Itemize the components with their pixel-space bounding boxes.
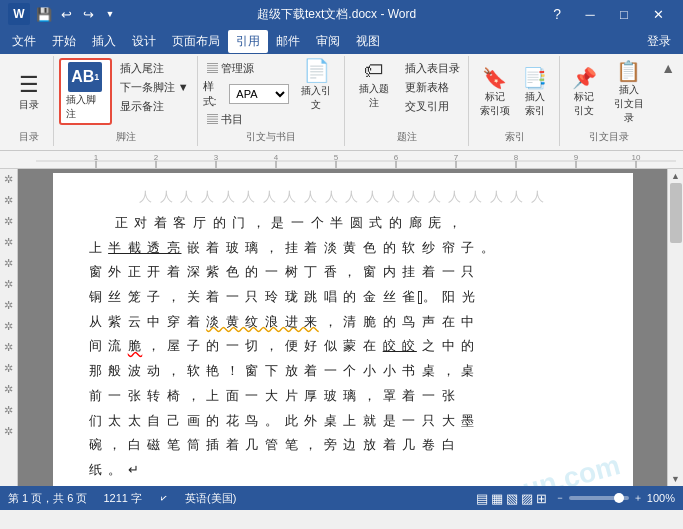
sidebar-mark: ✲ [4, 236, 13, 249]
menu-item-file[interactable]: 文件 [4, 30, 44, 53]
menu-item-review[interactable]: 审阅 [308, 30, 348, 53]
insert-caption-button[interactable]: 🏷 插入题注 [350, 58, 397, 112]
mark-citation-button[interactable]: 📌 标记引文 [565, 66, 603, 120]
captions-items: 🏷 插入题注 插入表目录 更新表格 交叉引用 [350, 58, 464, 128]
insert-footnote-group[interactable]: AB1 插入脚注 [59, 58, 112, 125]
zoom-bar: － ＋ 100% [555, 491, 675, 505]
toc-items: ☰ 目录 [9, 58, 49, 128]
view-btn-4[interactable]: ▨ [521, 491, 533, 506]
ruler-svg: 1 2 3 4 5 6 7 8 9 10 [36, 151, 676, 169]
doc-page[interactable]: 人 人 人 人 人 人 人 人 人 人 人 人 人 人 人 人 人 人 人 人 … [53, 173, 633, 486]
insert-index-icon: 📑 [522, 68, 547, 88]
captions-small-btns: 插入表目录 更新表格 交叉引用 [401, 60, 464, 115]
view-btn-1[interactable]: ▤ [476, 491, 488, 506]
ribbon: ☰ 目录 目录 AB1 插入脚注 插入尾注 下一条脚注 ▼ 显示备注 脚注 [0, 54, 683, 151]
paragraph-1[interactable]: 正 对 着 客 厅 的 门 ， 是 一 个 半 圆 式 的 廊 庑 ， 上 半 … [89, 211, 597, 483]
zoom-slider[interactable] [569, 496, 629, 500]
toc-group-label: 目录 [19, 128, 39, 144]
mark-index-button[interactable]: 🔖 标记索引项 [476, 66, 514, 120]
zoom-out-button[interactable]: － [555, 491, 565, 505]
svg-text:2: 2 [154, 153, 159, 162]
svg-text:9: 9 [574, 153, 579, 162]
citations-group-label: 引文与书目 [246, 128, 296, 144]
scrollbar[interactable]: ▲ ▼ [667, 169, 683, 486]
toc-icon: ☰ [19, 74, 39, 96]
svg-text:5: 5 [334, 153, 339, 162]
zoom-in-button[interactable]: ＋ [633, 491, 643, 505]
help-button[interactable]: ? [553, 6, 561, 22]
undo-button[interactable]: ↩ [56, 4, 76, 24]
word-count: 1211 字 [103, 491, 142, 506]
save-button[interactable]: 💾 [34, 4, 54, 24]
sidebar-mark: ✲ [4, 341, 13, 354]
sidebar-mark: ✲ [4, 257, 13, 270]
update-table-button[interactable]: 更新表格 [401, 79, 464, 96]
scroll-thumb[interactable] [670, 183, 682, 243]
insert-citation-button[interactable]: 📄 插入引文 [293, 58, 341, 114]
scroll-up-button[interactable]: ▲ [669, 169, 682, 183]
insert-endnote-button[interactable]: 插入尾注 [116, 60, 193, 77]
maximize-button[interactable]: □ [607, 0, 641, 28]
menu-item-design[interactable]: 设计 [124, 30, 164, 53]
menu-item-view[interactable]: 视图 [348, 30, 388, 53]
menu-item-insert[interactable]: 插入 [84, 30, 124, 53]
sidebar-mark: ✲ [4, 173, 13, 186]
citation-style-select[interactable]: APA [229, 84, 288, 104]
ribbon-group-captions: 🏷 插入题注 插入表目录 更新表格 交叉引用 题注 [346, 56, 469, 146]
menu-item-references[interactable]: 引用 [228, 30, 268, 53]
zoom-thumb[interactable] [614, 493, 624, 503]
toc-label: 目录 [19, 98, 39, 112]
menu-item-mailings[interactable]: 邮件 [268, 30, 308, 53]
svg-text:10: 10 [632, 153, 641, 162]
insert-table-figures-button[interactable]: 插入表目录 [401, 60, 464, 77]
view-btn-5[interactable]: ⊞ [536, 491, 547, 506]
next-footnote-button[interactable]: 下一条脚注 ▼ [116, 79, 193, 96]
style-row: 样式: APA [203, 79, 289, 109]
check-icon: 🗸 [158, 492, 169, 504]
svg-text:4: 4 [274, 153, 279, 162]
insert-index-button[interactable]: 📑 插入索引 [516, 66, 554, 120]
insert-toa-button[interactable]: 📋 插入引文目录 [605, 59, 652, 127]
sidebar-mark: ✲ [4, 194, 13, 207]
insert-citation-label: 插入引文 [297, 84, 337, 112]
ribbon-group-citations: ▤ 管理源 样式: APA ▤ 书目 📄 插入引文 引文与 [199, 56, 346, 146]
zoom-level[interactable]: 100% [647, 492, 675, 504]
sidebar-mark: ✲ [4, 383, 13, 396]
view-buttons: ▤ ▦ ▧ ▨ ⊞ [476, 491, 547, 506]
language: 英语(美国) [185, 491, 236, 506]
sidebar-mark: ✲ [4, 362, 13, 375]
ribbon-group-footnotes: AB1 插入脚注 插入尾注 下一条脚注 ▼ 显示备注 脚注 [55, 56, 198, 146]
svg-text:7: 7 [454, 153, 459, 162]
menu-item-home[interactable]: 开始 [44, 30, 84, 53]
menu-item-layout[interactable]: 页面布局 [164, 30, 228, 53]
scroll-down-button[interactable]: ▼ [669, 472, 682, 486]
login-button[interactable]: 登录 [639, 30, 679, 53]
mark-citation-icon: 📌 [572, 68, 597, 88]
bibliography-small-button[interactable]: ▤ 书目 [203, 111, 289, 128]
view-btn-3[interactable]: ▧ [506, 491, 518, 506]
title-bar: W 💾 ↩ ↪ ▼ 超级下载text文档.docx - Word ? ─ □ ✕ [0, 0, 683, 28]
toa-group-label: 引文目录 [589, 128, 629, 144]
quick-access-more-button[interactable]: ▼ [100, 4, 120, 24]
ribbon-collapse-button[interactable]: ▲ [657, 58, 679, 78]
manage-sources-button[interactable]: ▤ 管理源 [203, 60, 289, 77]
sidebar-mark: ✲ [4, 215, 13, 228]
svg-text:8: 8 [514, 153, 519, 162]
ribbon-group-toc: ☰ 目录 目录 [4, 56, 54, 146]
menu-bar: 文件 开始 插入 设计 页面布局 引用 邮件 审阅 视图 登录 [0, 28, 683, 54]
status-bar: 第 1 页，共 6 页 1211 字 🗸 英语(美国) ▤ ▦ ▧ ▨ ⊞ － … [0, 486, 683, 510]
redo-button[interactable]: ↪ [78, 4, 98, 24]
sidebar-mark: ✲ [4, 278, 13, 291]
view-btn-2[interactable]: ▦ [491, 491, 503, 506]
cross-reference-button[interactable]: 交叉引用 [401, 98, 464, 115]
insert-toa-label: 插入引文目录 [609, 83, 648, 125]
ribbon-row: ☰ 目录 目录 AB1 插入脚注 插入尾注 下一条脚注 ▼ 显示备注 脚注 [4, 56, 679, 146]
doc-page-area[interactable]: 人 人 人 人 人 人 人 人 人 人 人 人 人 人 人 人 人 人 人 人 … [18, 169, 667, 486]
toc-button[interactable]: ☰ 目录 [9, 72, 49, 114]
scroll-track[interactable] [668, 183, 683, 472]
close-button[interactable]: ✕ [641, 0, 675, 28]
minimize-button[interactable]: ─ [573, 0, 607, 28]
show-notes-button[interactable]: 显示备注 [116, 98, 193, 115]
page-top-fade: 人 人 人 人 人 人 人 人 人 人 人 人 人 人 人 人 人 人 人 人 [89, 185, 597, 209]
page-info: 第 1 页，共 6 页 [8, 491, 87, 506]
